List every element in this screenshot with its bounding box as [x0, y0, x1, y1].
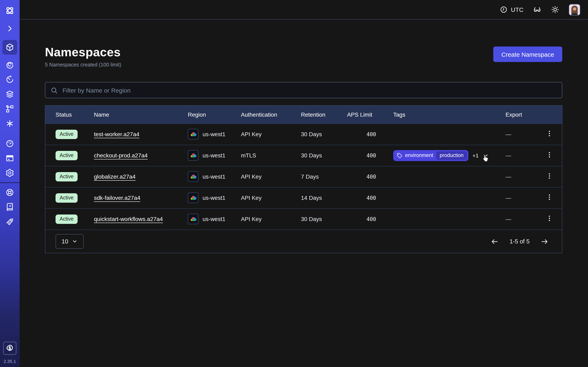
aps-limit-value: 400: [347, 166, 393, 187]
sidebar-item-nexus[interactable]: [0, 119, 20, 128]
col-tags: Tags: [393, 106, 503, 124]
col-region: Region: [188, 106, 241, 124]
tag-chip[interactable]: environment production: [393, 150, 468, 161]
rocket-icon: [5, 217, 14, 226]
chevron-down-icon: [483, 152, 489, 158]
aps-limit-value: 400: [347, 145, 393, 166]
sun-icon: [551, 5, 559, 14]
aps-limit-value: 400: [347, 208, 393, 230]
gcp-icon: [188, 150, 199, 161]
sidebar-item-usage[interactable]: [0, 139, 20, 148]
aps-limit-value: 400: [347, 187, 393, 208]
tag-expand-button[interactable]: [483, 152, 489, 158]
table-header-row: Status Name Region Authentication Retent…: [45, 106, 563, 124]
namespace-link[interactable]: checkout-prod.a27a4: [94, 152, 148, 159]
cube-icon: [5, 43, 14, 52]
tag-value: production: [436, 151, 467, 160]
tag-icon: [397, 153, 402, 158]
row-menu-button[interactable]: [543, 192, 556, 203]
dollar-badge-icon: [5, 344, 14, 353]
table-row: Active test-worker.a27a4 us-west1 API Ke…: [45, 124, 563, 145]
kebab-icon: [546, 215, 553, 222]
row-menu-button[interactable]: [543, 171, 556, 182]
sidebar-item-getting-started[interactable]: [0, 217, 20, 226]
col-authentication: Authentication: [241, 106, 301, 124]
sidebar: 2.35.1: [0, 0, 20, 367]
namespace-link[interactable]: test-worker.a27a4: [94, 131, 139, 137]
auth-value: API Key: [241, 124, 301, 145]
concentric-rings-icon: [5, 60, 14, 69]
auth-value: API Key: [241, 187, 301, 208]
search-icon: [50, 86, 58, 94]
sidebar-item-billing[interactable]: [0, 154, 20, 163]
user-avatar[interactable]: [569, 4, 580, 15]
retention-value: 7 Days: [301, 166, 347, 187]
tags-cell: [393, 124, 503, 145]
gear-icon: [5, 168, 14, 177]
next-page-button[interactable]: [541, 238, 548, 245]
namespace-link[interactable]: sdk-failover.a27a4: [94, 194, 140, 201]
sidebar-expand-button[interactable]: [0, 25, 20, 33]
gcp-icon: [188, 214, 199, 225]
namespace-count: 5 Namespaces created (100 limit): [45, 62, 121, 68]
tags-cell: [393, 166, 503, 187]
sidebar-item-batch[interactable]: [0, 90, 20, 99]
retention-value: 30 Days: [301, 145, 347, 166]
col-retention: Retention: [301, 106, 347, 124]
page-title: Namespaces: [45, 45, 121, 59]
table-row: Active sdk-failover.a27a4 us-west1 API K…: [45, 187, 563, 208]
status-badge: Active: [56, 215, 78, 224]
region-label: us-west1: [203, 216, 225, 222]
main-content: Namespaces 5 Namespaces created (100 lim…: [20, 20, 588, 367]
page-range-label: 1-5 of 5: [510, 238, 530, 245]
sidebar-item-settings[interactable]: [0, 168, 20, 177]
pagination-bar: 10 1-5 of 5: [45, 230, 562, 253]
layers-icon: [5, 90, 14, 99]
region-label: us-west1: [203, 194, 225, 201]
sidebar-item-workflows[interactable]: [0, 60, 20, 69]
sidebar-item-deployments[interactable]: [0, 104, 20, 113]
credits-button[interactable]: [3, 342, 16, 355]
kebab-icon: [546, 151, 553, 158]
tags-cell: [393, 187, 503, 208]
namespace-link[interactable]: globalizer.a27a4: [94, 173, 136, 180]
table-row: Active checkout-prod.a27a4 us-west1 mTLS…: [45, 145, 563, 166]
namespace-link[interactable]: quickstart-workflows.a27a4: [94, 216, 163, 222]
timezone-selector[interactable]: UTC: [500, 6, 523, 13]
namespaces-table: Status Name Region Authentication Retent…: [45, 105, 562, 253]
col-name: Name: [94, 106, 188, 124]
gcp-icon: [188, 171, 199, 182]
region-label: us-west1: [203, 152, 225, 159]
export-value: —: [503, 166, 536, 187]
arrow-right-icon: [541, 238, 548, 245]
status-badge: Active: [56, 129, 78, 139]
sidebar-item-namespaces[interactable]: [2, 40, 17, 55]
export-value: —: [503, 124, 536, 145]
row-menu-button[interactable]: [543, 150, 556, 161]
labs-toggle-button[interactable]: [533, 5, 541, 14]
timezone-label: UTC: [511, 6, 523, 13]
tag-more-count: +1: [472, 152, 479, 158]
col-export: Export: [503, 106, 536, 124]
temporal-logo-icon: [0, 5, 20, 16]
row-menu-button[interactable]: [543, 213, 556, 225]
status-badge: Active: [56, 172, 78, 181]
create-namespace-button[interactable]: Create Namespace: [493, 47, 562, 62]
row-menu-button[interactable]: [543, 128, 556, 140]
col-actions: [536, 106, 563, 124]
kebab-icon: [546, 173, 553, 179]
sidebar-item-schedules[interactable]: [0, 75, 20, 84]
prev-page-button[interactable]: [491, 238, 499, 245]
export-value: —: [503, 187, 536, 208]
app-root: 2.35.1 UTC: [0, 0, 588, 367]
sidebar-item-support[interactable]: [0, 188, 20, 197]
lifebuoy-icon: [5, 188, 14, 197]
page-size-select[interactable]: 10: [56, 234, 84, 249]
table-row: Active globalizer.a27a4 us-west1 API Key…: [45, 166, 563, 187]
asterisk-icon: [5, 119, 14, 128]
region-label: us-west1: [203, 173, 225, 180]
clock-icon: [500, 6, 508, 13]
filter-input[interactable]: [62, 86, 557, 94]
theme-toggle-button[interactable]: [551, 5, 559, 14]
sidebar-item-docs[interactable]: [0, 203, 20, 212]
